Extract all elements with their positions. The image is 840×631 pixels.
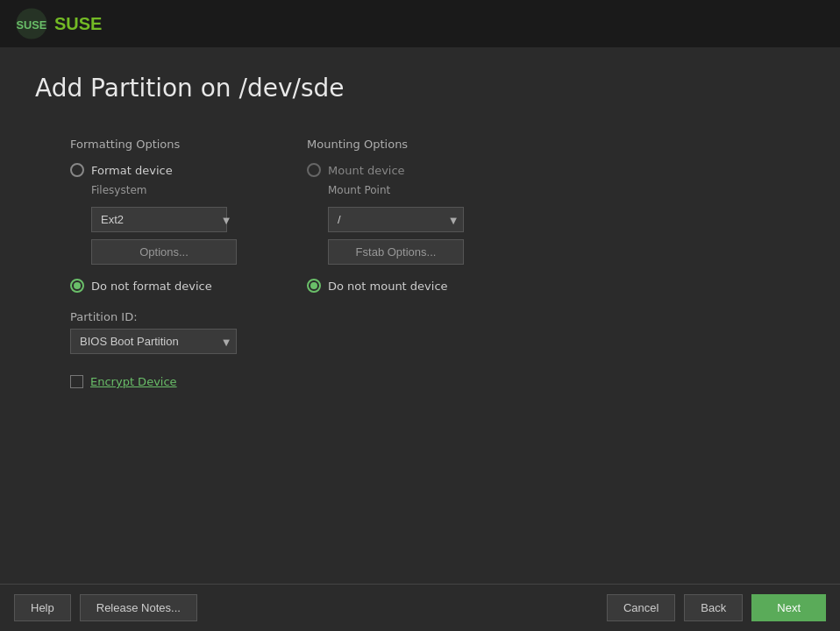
format-device-radio[interactable]	[70, 163, 84, 177]
do-not-format-label: Do not format device	[91, 280, 212, 293]
footer: Help Release Notes... Cancel Back Next	[0, 584, 840, 631]
partition-id-section: Partition ID: BIOS Boot Partition Linux …	[70, 310, 237, 354]
topbar: SUSE SUSE	[0, 0, 840, 47]
partition-id-select[interactable]: BIOS Boot Partition Linux Linux Swap Lin…	[70, 329, 237, 354]
footer-right: Cancel Back Next	[607, 594, 826, 621]
formatting-options-label: Formatting Options	[70, 138, 237, 151]
do-not-format-radio-item[interactable]: Do not format device	[70, 279, 237, 293]
back-button[interactable]: Back	[684, 594, 743, 621]
filesystem-select-wrapper: Ext2 Ext3 Ext4 XFS Btrfs VFAT Swap ▼	[91, 207, 237, 232]
mount-point-section: Mount Point / /boot /home /var /tmp swap…	[328, 184, 464, 265]
filesystem-select[interactable]: Ext2 Ext3 Ext4 XFS Btrfs VFAT Swap	[91, 207, 227, 232]
main-content: Add Partition on /dev/sde Formatting Opt…	[0, 47, 840, 584]
footer-left: Help Release Notes...	[14, 594, 197, 621]
partition-id-select-wrapper: BIOS Boot Partition Linux Linux Swap Lin…	[70, 329, 237, 354]
mount-point-select-wrapper: / /boot /home /var /tmp swap ▼	[328, 207, 464, 232]
mount-device-radio[interactable]	[307, 163, 321, 177]
mount-point-label: Mount Point	[328, 184, 464, 196]
page-title: Add Partition on /dev/sde	[35, 74, 805, 103]
encrypt-device-label[interactable]: Encrypt Device	[90, 375, 177, 388]
mount-point-select[interactable]: / /boot /home /var /tmp swap	[328, 207, 464, 232]
svg-text:SUSE: SUSE	[17, 18, 47, 32]
format-device-label: Format device	[91, 164, 173, 177]
partition-id-label: Partition ID:	[70, 310, 237, 323]
do-not-mount-radio-item[interactable]: Do not mount device	[307, 279, 464, 293]
format-device-radio-group: Format device	[70, 163, 237, 177]
mount-device-radio-item[interactable]: Mount device	[307, 163, 464, 177]
form-area: Formatting Options Format device Filesys…	[70, 138, 805, 388]
do-not-mount-radio[interactable]	[307, 279, 321, 293]
filesystem-label: Filesystem	[91, 184, 237, 196]
do-not-mount-section: Do not mount device	[307, 279, 464, 293]
mounting-options-section: Mounting Options Mount device Mount Poin…	[307, 138, 464, 293]
cancel-button[interactable]: Cancel	[607, 594, 675, 621]
mount-device-radio-group: Mount device	[307, 163, 464, 177]
mounting-options-label: Mounting Options	[307, 138, 464, 151]
suse-text-logo: SUSE	[54, 11, 125, 37]
suse-logo-icon: SUSE	[14, 6, 49, 41]
filesystem-section: Filesystem Ext2 Ext3 Ext4 XFS Btrfs VFAT…	[91, 184, 237, 265]
release-notes-button[interactable]: Release Notes...	[80, 594, 197, 621]
options-button[interactable]: Options...	[91, 239, 237, 265]
do-not-mount-label: Do not mount device	[328, 280, 448, 293]
do-not-format-section: Do not format device	[70, 279, 237, 293]
fstab-options-button[interactable]: Fstab Options...	[328, 239, 464, 265]
encrypt-section: Encrypt Device	[70, 375, 237, 388]
do-not-format-radio[interactable]	[70, 279, 84, 293]
formatting-options-section: Formatting Options Format device Filesys…	[70, 138, 237, 388]
format-device-radio-item[interactable]: Format device	[70, 163, 237, 177]
help-button[interactable]: Help	[14, 594, 71, 621]
suse-logo: SUSE SUSE	[14, 6, 125, 41]
svg-text:SUSE: SUSE	[54, 14, 102, 33]
form-columns: Formatting Options Format device Filesys…	[70, 138, 805, 388]
mount-device-label: Mount device	[328, 164, 405, 177]
next-button[interactable]: Next	[751, 594, 826, 621]
encrypt-checkbox[interactable]	[70, 375, 83, 388]
